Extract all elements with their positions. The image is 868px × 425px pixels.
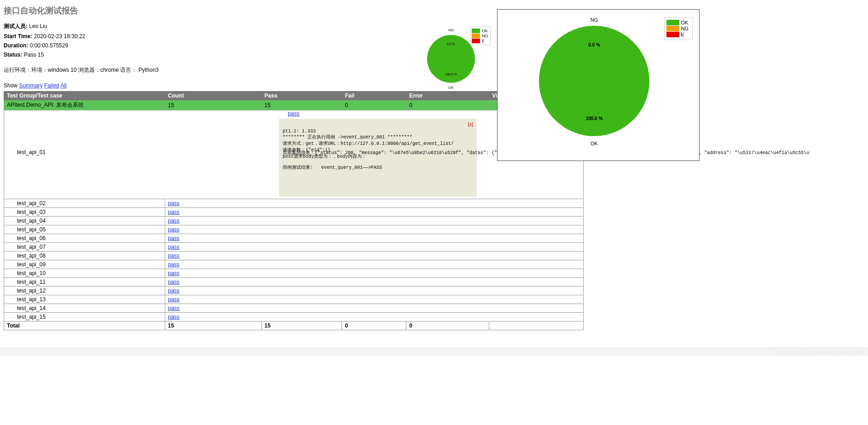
group-count: 15 [165, 100, 261, 110]
col-pass: Pass [261, 92, 342, 100]
case-name: test_api_07 [4, 243, 165, 252]
case-result: pass [165, 269, 583, 278]
chart-small-bottom-label: OK [448, 86, 454, 90]
case-row: test_api_11pass [4, 278, 584, 287]
col-error: Error [406, 92, 489, 100]
result-link[interactable]: pass [288, 110, 299, 117]
show-prefix: Show [4, 82, 17, 89]
result-link[interactable]: pass [168, 287, 179, 294]
all-link[interactable]: All [60, 82, 66, 89]
result-link[interactable]: pass [168, 226, 179, 233]
result-link[interactable]: pass [168, 253, 179, 259]
case-result: pass [165, 208, 583, 217]
case-name: test_api_01 [17, 149, 46, 155]
case-row: test_api_13pass [4, 295, 584, 304]
case-result: pass [165, 313, 583, 322]
case-row: test_api_02pass [4, 199, 584, 208]
result-link[interactable]: pass [168, 305, 179, 311]
legend-ng-swatch [472, 34, 480, 38]
result-link[interactable]: pass [168, 218, 179, 224]
case-name: test_api_11 [4, 278, 165, 287]
tester-label: 测试人员: [4, 23, 28, 29]
total-view [489, 322, 584, 330]
case-name: test_api_13 [4, 295, 165, 304]
total-fail: 0 [342, 322, 406, 330]
case-row: test_api_03pass [4, 208, 584, 217]
case-result: pass [165, 217, 583, 225]
total-pass: 15 [261, 322, 342, 330]
case-name: test_api_03 [4, 208, 165, 217]
case-row: test_api_12pass [4, 287, 584, 295]
summary-link[interactable]: Summary [19, 82, 42, 89]
case-row: test_api_07pass [4, 243, 584, 252]
total-label: Total [4, 322, 165, 330]
case-result: pass [165, 225, 583, 234]
group-error: 0 [406, 100, 489, 110]
status-label: Status: [4, 52, 23, 58]
result-link[interactable]: pass [168, 235, 179, 241]
chart-large-top-label: NG [590, 17, 598, 23]
duration-label: Duration: [4, 42, 28, 49]
total-count: 15 [165, 322, 261, 330]
tester-value: Leo Liu [29, 23, 47, 29]
case-name: test_api_09 [4, 260, 165, 269]
detail-output-box: [x]pt1.1: 1.333 ******** 正在执行用例 ->event_… [279, 119, 477, 197]
legend-ok-swatch [472, 29, 480, 33]
col-count: Count [165, 92, 261, 100]
case-row: test_api_05pass [4, 225, 584, 234]
legend-e-swatch [472, 39, 480, 43]
failed-link[interactable]: Failed [44, 82, 59, 89]
case-name: test_api_15 [4, 313, 165, 322]
case-row: test_api_06pass [4, 234, 584, 243]
case-result: pass [165, 234, 583, 243]
group-pass: 15 [261, 100, 342, 110]
result-link[interactable]: pass [168, 244, 179, 250]
case-row: test_api_15pass [4, 313, 584, 322]
case-name: test_api_08 [4, 252, 165, 260]
case-row: test_api_08pass [4, 252, 584, 260]
case-row: test_api_09pass [4, 260, 584, 269]
group-row: APItest.Demo_API: 发布会系统 15 15 0 0 [4, 100, 584, 110]
chart-small-top-label: NG [448, 28, 454, 32]
small-legend: OK NG E [470, 27, 491, 45]
large-pie-chart: NG 0.0 % 100.0 % OK OK NG E [497, 9, 700, 161]
legend-ng-label: NG [681, 26, 689, 31]
case-result: pass [165, 243, 583, 252]
watermark-text: https://blog.csdn.net/liudinglong1989 [774, 350, 863, 356]
start-time-label: Start Time: [4, 33, 32, 40]
group-name: APItest.Demo_API: 发布会系统 [4, 100, 165, 110]
chart-large-bottom-label: OK [590, 141, 598, 146]
col-name: Test Group/Test case [4, 92, 165, 100]
case-result: pass [165, 295, 583, 304]
status-value: Pass 15 [24, 52, 44, 58]
chart-large-top-pct: 0.0 % [588, 42, 600, 47]
legend-e-label: E [681, 32, 684, 37]
case-row: test_api_14pass [4, 304, 584, 313]
results-table: Test Group/Test case Count Pass Fail Err… [4, 91, 584, 330]
legend-ok-label: OK [482, 29, 488, 33]
case-result: pass [165, 304, 583, 313]
legend-e-label: E [482, 39, 485, 43]
chart-small-bottom-pct: 100.0 % [445, 73, 457, 76]
result-link[interactable]: pass [168, 270, 179, 276]
result-link[interactable]: pass [168, 279, 179, 285]
page-title: 接口自动化测试报告 [4, 5, 864, 16]
result-link[interactable]: pass [168, 296, 179, 303]
legend-ng-swatch [666, 26, 679, 31]
expanded-case-row: passtest_api_01[x]pt1.1: 1.333 ******** … [4, 110, 584, 199]
legend-ok-swatch [666, 20, 679, 25]
duration-value: 0:00:00.575529 [30, 42, 68, 49]
case-result: pass [165, 252, 583, 260]
result-link[interactable]: pass [168, 261, 179, 268]
result-link[interactable]: pass [168, 209, 179, 215]
legend-e-swatch [666, 32, 679, 37]
case-row: test_api_10pass [4, 269, 584, 278]
legend-ng-label: NG [482, 34, 488, 38]
case-name: test_api_10 [4, 269, 165, 278]
result-link[interactable]: pass [168, 200, 179, 207]
result-link[interactable]: pass [168, 314, 179, 320]
case-name: test_api_06 [4, 234, 165, 243]
col-fail: Fail [342, 92, 406, 100]
close-button[interactable]: [x] [468, 121, 473, 127]
case-name: test_api_04 [4, 217, 165, 225]
